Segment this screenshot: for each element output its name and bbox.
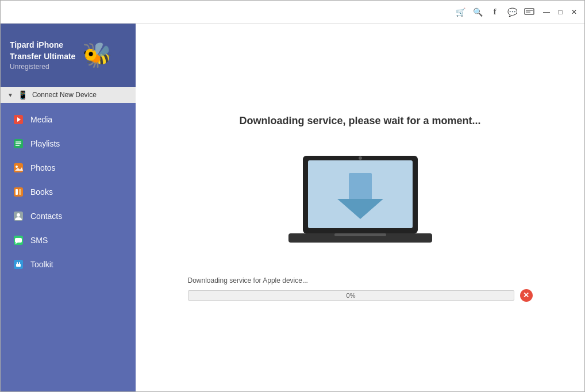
progress-bar-container: 0%	[188, 290, 514, 301]
close-button[interactable]: ✕	[568, 6, 580, 18]
playlists-icon	[12, 137, 25, 150]
svg-rect-14	[19, 189, 21, 195]
sidebar-item-books-label: Books	[30, 187, 53, 197]
toolkit-icon	[12, 258, 25, 271]
svg-rect-22	[17, 262, 18, 264]
svg-rect-0	[525, 9, 534, 14]
title-bar-icons: 🛒 🔍 f 💬	[455, 6, 535, 18]
svg-rect-18	[15, 238, 22, 243]
media-icon	[12, 113, 25, 126]
sidebar-item-contacts-label: Contacts	[30, 212, 62, 221]
sidebar-item-playlists-label: Playlists	[30, 139, 60, 148]
svg-point-10	[16, 166, 18, 168]
sidebar-nav: Media Playlists	[1, 103, 136, 392]
device-expand-arrow: ▼	[7, 92, 13, 98]
sidebar: Tipard iPhone Transfer Ultimate Unregist…	[1, 24, 136, 392]
bee-icon: 🐝	[82, 43, 112, 67]
sidebar-item-photos-label: Photos	[30, 163, 56, 172]
svg-rect-27	[349, 173, 372, 202]
progress-label: Downloading service for Apple device...	[188, 276, 308, 285]
sidebar-header: Tipard iPhone Transfer Ultimate Unregist…	[1, 24, 136, 87]
sms-icon	[12, 234, 25, 247]
sidebar-item-sms[interactable]: SMS	[1, 228, 136, 252]
download-title: Downloading service, please wait for a m…	[239, 115, 480, 127]
window-controls: — □ ✕	[541, 6, 580, 18]
app-unreg: Unregistered	[10, 63, 75, 71]
svg-rect-21	[16, 264, 21, 267]
app-title-block: Tipard iPhone Transfer Ultimate Unregist…	[10, 40, 75, 70]
maximize-button[interactable]: □	[555, 6, 566, 18]
sidebar-item-sms-label: SMS	[30, 236, 48, 245]
progress-bar-label: 0%	[188, 290, 514, 301]
svg-rect-30	[334, 233, 386, 236]
chat-icon[interactable]: 💬	[506, 6, 518, 18]
facebook-icon[interactable]: f	[489, 6, 501, 18]
laptop-svg	[283, 150, 438, 253]
progress-section: Downloading service for Apple device... …	[188, 276, 533, 302]
contacts-icon	[12, 210, 25, 222]
sidebar-item-contacts[interactable]: Contacts	[1, 204, 136, 228]
sidebar-item-toolkit-label: Toolkit	[30, 260, 53, 269]
title-bar: 🛒 🔍 f 💬 — □ ✕	[1, 1, 584, 24]
svg-rect-23	[19, 262, 20, 264]
cart-icon[interactable]: 🛒	[455, 6, 466, 18]
device-label: Connect New Device	[32, 91, 97, 99]
device-bar[interactable]: ▼ 📱 Connect New Device	[1, 87, 136, 103]
device-icon: 📱	[18, 90, 28, 99]
app-title-line1: Tipard iPhone	[10, 40, 75, 51]
main-layout: Tipard iPhone Transfer Ultimate Unregist…	[1, 24, 584, 392]
content-area: Downloading service, please wait for a m…	[136, 24, 584, 392]
photos-icon	[12, 162, 25, 174]
svg-rect-12	[14, 187, 23, 197]
search-icon[interactable]: 🔍	[472, 6, 483, 18]
cancel-button[interactable]: ✕	[520, 289, 533, 302]
app-title-line2: Transfer Ultimate	[10, 51, 75, 63]
laptop-illustration	[283, 150, 438, 253]
minimize-button[interactable]: —	[541, 6, 552, 18]
sidebar-item-media-label: Media	[30, 115, 52, 124]
feedback-icon[interactable]	[524, 6, 535, 18]
sidebar-item-books[interactable]: Books	[1, 180, 136, 204]
books-icon	[12, 186, 25, 198]
svg-rect-13	[16, 189, 18, 195]
sidebar-item-photos[interactable]: Photos	[1, 156, 136, 180]
sidebar-item-playlists[interactable]: Playlists	[1, 132, 136, 156]
svg-point-26	[359, 156, 362, 160]
sidebar-item-media[interactable]: Media	[1, 107, 136, 132]
svg-point-16	[17, 213, 20, 217]
progress-row: 0% ✕	[188, 289, 533, 302]
sidebar-item-toolkit[interactable]: Toolkit	[1, 252, 136, 276]
